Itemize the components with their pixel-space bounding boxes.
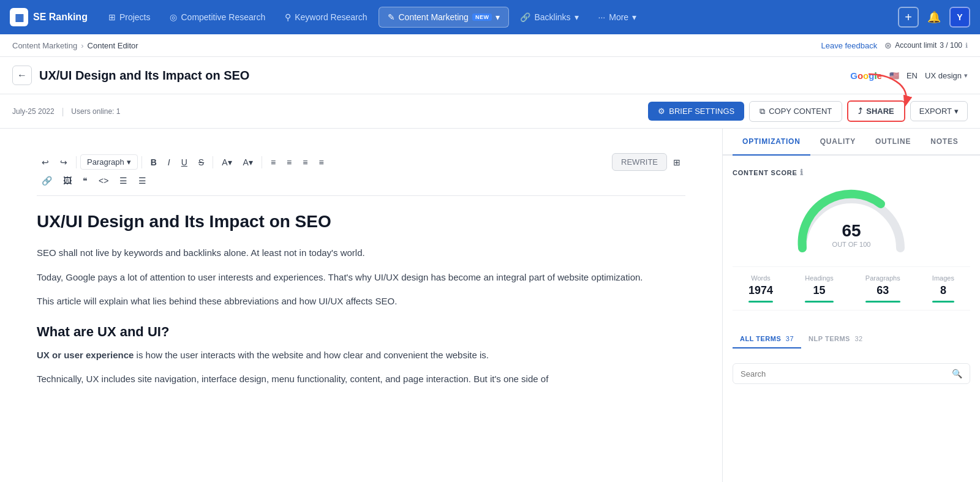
link-button[interactable]: 🔗 (37, 173, 57, 188)
stat-bar-headings (805, 301, 833, 303)
nav-right-actions: + 🔔 Y (898, 7, 970, 28)
article-para-3: This article will explain what lies behi… (37, 293, 685, 309)
bold-button[interactable]: B (146, 155, 162, 170)
copy-content-button[interactable]: ⧉ COPY CONTENT (749, 101, 842, 122)
bullet-list-button[interactable]: ☰ (115, 173, 132, 188)
header-right-meta: Google 🇺🇸 EN UX design ▾ (850, 70, 968, 81)
doc-meta: July-25 2022 | Users online: 1 (12, 107, 120, 116)
nav-projects[interactable]: ⊞ Projects (100, 7, 159, 27)
backlinks-icon: 🔗 (520, 12, 530, 22)
gauge-number: 65 OUT OF 100 (832, 221, 871, 248)
strikethrough-button[interactable]: S (194, 155, 209, 170)
terms-search-input[interactable] (741, 369, 947, 378)
toolbar-sep-1 (76, 156, 77, 168)
align-center-button[interactable]: ≡ (282, 155, 296, 170)
keyword-icon: ⚲ (285, 12, 291, 22)
breadcrumb-bar: Content Marketing › Content Editor Leave… (0, 34, 980, 57)
export-button[interactable]: EXPORT ▾ (910, 101, 968, 121)
more-icon: ··· (598, 12, 606, 22)
actions-bar: July-25 2022 | Users online: 1 ⚙ BRIEF S… (0, 94, 980, 129)
stat-words: Words 1974 (748, 274, 773, 303)
gauge-container: 65 OUT OF 100 (733, 187, 970, 254)
top-nav: ▦ SE Ranking ⊞ Projects ◎ Competitive Re… (0, 0, 980, 34)
tab-optimization[interactable]: OPTIMIZATION (733, 129, 810, 156)
doc-date: July-25 2022 (12, 107, 55, 116)
user-avatar[interactable]: Y (949, 7, 970, 28)
tab-notes[interactable]: NOTES (921, 129, 968, 156)
language-indicator: EN (907, 71, 918, 80)
quote-button[interactable]: ❝ (78, 173, 92, 188)
app-logo[interactable]: ▦ SE Ranking (10, 8, 88, 26)
projects-icon: ⊞ (108, 12, 116, 22)
back-button[interactable]: ← (12, 66, 32, 85)
ordered-list-button[interactable]: ☰ (134, 173, 151, 188)
code-button[interactable]: <> (94, 173, 113, 188)
filter-button[interactable]: ⊞ (668, 155, 685, 170)
align-right-button[interactable]: ≡ (298, 155, 312, 170)
tab-quality[interactable]: QUALITY (810, 129, 865, 156)
toolbar-sep-4 (262, 156, 262, 168)
stat-bar-images (932, 301, 954, 303)
account-limit: ⊛ Account limit 3 / 100 ℹ (884, 40, 968, 50)
keyword-topic-selector[interactable]: UX design ▾ (925, 71, 968, 80)
redo-button[interactable]: ↪ (55, 155, 72, 170)
terms-tab-nlp[interactable]: NLP TERMS 32 (801, 330, 870, 348)
article-para-1: SEO shall not live by keywords and backl… (37, 245, 685, 261)
breadcrumb-content-marketing[interactable]: Content Marketing (12, 41, 77, 50)
brief-settings-button[interactable]: ⚙ BRIEF SETTINGS (648, 102, 744, 121)
stat-images: Images 8 (932, 274, 954, 303)
main-layout: ↩ ↪ Paragraph ▾ B I U S A▾ A▾ ≡ ≡ ≡ ≡ RE… (0, 129, 980, 482)
underline-button[interactable]: U (176, 155, 192, 170)
rewrite-button[interactable]: REWRITE (612, 153, 667, 171)
nav-keyword[interactable]: ⚲ Keyword Research (276, 7, 375, 27)
nav-more[interactable]: ··· More ▾ (590, 7, 646, 27)
toolbar-sep-3 (213, 156, 213, 168)
text-color-button[interactable]: A▾ (238, 155, 258, 170)
terms-tab-all[interactable]: ALL TERMS 37 (733, 330, 801, 348)
gauge-wrapper: 65 OUT OF 100 (790, 187, 913, 254)
share-button[interactable]: ⤴ SHARE (847, 100, 905, 122)
nav-competitive[interactable]: ◎ Competitive Research (161, 7, 274, 27)
breadcrumb-content-editor: Content Editor (88, 41, 138, 50)
breadcrumb: Content Marketing › Content Editor (12, 41, 138, 50)
search-icon: 🔍 (952, 369, 962, 378)
tab-outline[interactable]: OUTLINE (865, 129, 921, 156)
terms-tabs: ALL TERMS 37 NLP TERMS 32 (733, 330, 970, 348)
stat-paragraphs: Paragraphs 63 (865, 274, 900, 303)
article-heading-2: What are UX and UI? (37, 324, 685, 340)
logo-icon: ▦ (10, 8, 28, 26)
action-buttons: ⚙ BRIEF SETTINGS ⧉ COPY CONTENT ⤴ SHARE (648, 100, 968, 122)
share-icon: ⤴ (858, 107, 862, 116)
highlight-button[interactable]: A▾ (217, 155, 236, 170)
nav-content-marketing[interactable]: ✎ Content Marketing NEW ▾ (379, 7, 510, 28)
align-left-button[interactable]: ≡ (266, 155, 281, 170)
editor-panel[interactable]: ↩ ↪ Paragraph ▾ B I U S A▾ A▾ ≡ ≡ ≡ ≡ RE… (0, 129, 723, 482)
terms-search-box[interactable]: 🔍 (733, 363, 970, 384)
paragraph-style-dropdown[interactable]: Paragraph ▾ (80, 154, 138, 170)
country-flag: 🇺🇸 (889, 71, 899, 80)
content-score-section: CONTENT SCORE ℹ 65 OUT OF 100 (723, 156, 980, 320)
export-chevron-icon: ▾ (954, 107, 959, 116)
stats-row: Words 1974 Headings 15 Paragraphs 63 Ima… (733, 266, 970, 311)
editor-content[interactable]: UX/UI Design and Its Impact on SEO SEO s… (37, 211, 685, 387)
share-button-wrapper: ⤴ SHARE (847, 100, 905, 122)
article-heading-1: UX/UI Design and Its Impact on SEO (37, 211, 685, 233)
content-score-label: CONTENT SCORE ℹ (733, 168, 970, 177)
leave-feedback-link[interactable]: Leave feedback (821, 41, 877, 50)
notification-bell[interactable]: 🔔 (924, 7, 944, 28)
align-justify-button[interactable]: ≡ (314, 155, 328, 170)
add-button[interactable]: + (898, 7, 919, 28)
sidebar-panel: OPTIMIZATION QUALITY OUTLINE NOTES CONTE… (723, 129, 980, 482)
stat-headings: Headings 15 (805, 274, 833, 303)
italic-button[interactable]: I (163, 155, 175, 170)
nav-backlinks[interactable]: 🔗 Backlinks ▾ (511, 7, 587, 27)
terms-section: ALL TERMS 37 NLP TERMS 32 (723, 320, 980, 356)
score-info-icon[interactable]: ℹ (800, 168, 804, 177)
page-header: ← UX/UI Design and Its Impact on SEO Goo… (0, 57, 980, 94)
article-bold-text: UX or user experience (37, 350, 134, 360)
image-button[interactable]: 🖼 (58, 173, 77, 188)
undo-button[interactable]: ↩ (37, 155, 54, 170)
breadcrumb-right: Leave feedback ⊛ Account limit 3 / 100 ℹ (821, 40, 968, 50)
stat-bar-paragraphs (865, 301, 900, 303)
breadcrumb-sep-1: › (81, 41, 83, 50)
